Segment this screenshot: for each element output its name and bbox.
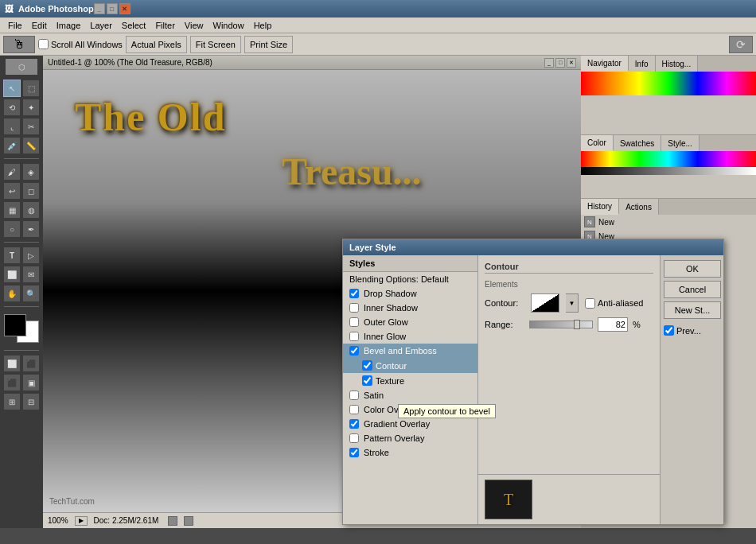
prev-button[interactable]: [168, 516, 177, 526]
style-satin-check[interactable]: [349, 391, 359, 400]
style-stroke[interactable]: Stroke: [343, 445, 477, 460]
zoom-tool[interactable]: 🔍: [22, 285, 40, 302]
magic-wand-tool[interactable]: ✦: [22, 99, 40, 116]
style-contour[interactable]: Contour: [343, 358, 477, 373]
style-pattern-overlay-check[interactable]: [349, 433, 359, 443]
tab-styles[interactable]: Style...: [661, 135, 699, 151]
menu-help[interactable]: Help: [249, 19, 277, 32]
shape-tool[interactable]: ⬜: [3, 266, 21, 283]
eyedropper-tool[interactable]: 💉: [3, 137, 21, 154]
next-button[interactable]: [184, 516, 193, 526]
style-bevel-emboss[interactable]: Bevel and Emboss: [343, 344, 477, 358]
pen-tool[interactable]: ✒: [22, 220, 40, 238]
style-gradient-overlay[interactable]: Gradient Overlay: [343, 417, 477, 431]
tab-histog[interactable]: Histog...: [656, 56, 699, 72]
canvas-minimize[interactable]: _: [544, 58, 554, 68]
cancel-button[interactable]: Cancel: [664, 281, 721, 298]
history-brush-tool[interactable]: ↩: [3, 182, 21, 200]
history-item-0[interactable]: N New: [581, 215, 756, 229]
style-stroke-check[interactable]: [349, 448, 359, 457]
contour-preview-dropdown[interactable]: ▼: [566, 293, 579, 313]
menu-edit[interactable]: Edit: [27, 19, 52, 32]
style-color-overlay[interactable]: Color Overlay: [343, 402, 477, 417]
style-satin[interactable]: Satin: [343, 388, 477, 402]
preview-checkbox[interactable]: [664, 325, 674, 336]
style-contour-check[interactable]: [362, 360, 372, 371]
menu-view[interactable]: View: [180, 19, 208, 32]
blur-tool[interactable]: ◍: [22, 201, 40, 219]
style-outer-glow-check[interactable]: [349, 317, 359, 327]
type-tool[interactable]: T: [3, 247, 21, 264]
extra-tool-1[interactable]: ⊞: [3, 393, 21, 410]
actual-pixels-btn[interactable]: Actual Pixels: [126, 36, 187, 53]
screen-mode-2[interactable]: ▣: [22, 374, 40, 391]
path-select-tool[interactable]: ▷: [22, 247, 40, 264]
range-value-input[interactable]: 82: [598, 317, 628, 332]
ok-button[interactable]: OK: [664, 260, 721, 278]
print-size-btn[interactable]: Print Size: [244, 36, 293, 53]
style-inner-glow[interactable]: Inner Glow: [343, 329, 477, 344]
menu-file[interactable]: File: [3, 19, 27, 32]
tab-actions[interactable]: Actions: [619, 199, 659, 215]
scroll-all-windows-check[interactable]: Scroll All Windows: [38, 39, 123, 49]
brush-tool[interactable]: 🖌: [3, 163, 21, 181]
style-inner-shadow-check[interactable]: [349, 303, 359, 313]
marquee-tool[interactable]: ⬚: [22, 80, 40, 97]
style-outer-glow[interactable]: Outer Glow: [343, 315, 477, 329]
style-inner-shadow[interactable]: Inner Shadow: [343, 301, 477, 315]
dodge-tool[interactable]: ○: [3, 220, 21, 238]
maximize-btn[interactable]: □: [107, 3, 118, 14]
color-spectrum[interactable]: [581, 151, 756, 167]
menu-image[interactable]: Image: [52, 19, 86, 32]
style-drop-shadow[interactable]: Drop Shadow: [343, 286, 477, 301]
menu-filter[interactable]: Filter: [150, 19, 179, 32]
close-btn[interactable]: ✕: [119, 3, 131, 14]
menu-window[interactable]: Window: [208, 19, 249, 32]
color-panel-tabs: Color Swatches Style...: [581, 135, 756, 151]
standard-mode[interactable]: ⬜: [3, 355, 21, 372]
screen-mode[interactable]: ⬛: [3, 374, 21, 391]
style-texture-check[interactable]: [362, 375, 372, 386]
zoom-controls[interactable]: ▶: [75, 516, 88, 526]
new-style-button[interactable]: New St...: [664, 301, 721, 319]
canvas-close[interactable]: ✕: [567, 58, 576, 68]
tab-swatches[interactable]: Swatches: [614, 135, 661, 151]
tab-navigator[interactable]: Navigator: [581, 56, 629, 72]
style-bevel-emboss-check[interactable]: [349, 346, 359, 356]
fit-screen-btn[interactable]: Fit Screen: [190, 36, 241, 53]
menu-layer[interactable]: Layer: [85, 19, 117, 32]
style-color-overlay-check[interactable]: [349, 405, 359, 414]
hand-tool[interactable]: ✋: [3, 285, 21, 302]
style-pattern-overlay[interactable]: Pattern Overlay: [343, 431, 477, 445]
canvas-maximize[interactable]: □: [555, 58, 565, 68]
lasso-tool[interactable]: ⟲: [3, 99, 21, 116]
brightness-bar[interactable]: [581, 167, 756, 175]
rotate-view-tool[interactable]: ⟳: [729, 36, 753, 53]
ruler-tool[interactable]: 📏: [22, 137, 40, 154]
slice-tool[interactable]: ✂: [22, 118, 40, 135]
move-tool[interactable]: ↖: [3, 80, 21, 97]
quickmask-mode[interactable]: ⬛: [22, 355, 40, 372]
notes-tool[interactable]: ✉: [22, 266, 40, 283]
style-texture[interactable]: Texture: [343, 373, 477, 388]
menu-select[interactable]: Select: [117, 19, 151, 32]
tab-color[interactable]: Color: [581, 135, 614, 151]
tab-info[interactable]: Info: [629, 56, 656, 72]
scroll-all-windows-checkbox[interactable]: [38, 39, 49, 49]
range-slider[interactable]: [529, 321, 593, 328]
style-blending-options[interactable]: Blending Options: Default: [343, 272, 477, 286]
foreground-color-swatch[interactable]: [4, 314, 26, 336]
minimize-btn[interactable]: _: [94, 3, 105, 14]
tab-history[interactable]: History: [581, 199, 619, 215]
contour-preview-box[interactable]: [531, 293, 559, 313]
style-inner-glow-check[interactable]: [349, 332, 359, 341]
style-gradient-overlay-check[interactable]: [349, 419, 359, 429]
dialog-buttons: OK Cancel New St... Prev...: [660, 255, 723, 524]
eraser-tool[interactable]: ◻: [22, 182, 40, 200]
extra-tool-2[interactable]: ⊟: [22, 393, 40, 410]
style-drop-shadow-check[interactable]: [349, 289, 359, 298]
crop-tool[interactable]: ⌞: [3, 118, 21, 135]
anti-aliased-checkbox[interactable]: [585, 298, 595, 309]
stamp-tool[interactable]: ◈: [22, 163, 40, 181]
gradient-tool[interactable]: ▦: [3, 201, 21, 219]
